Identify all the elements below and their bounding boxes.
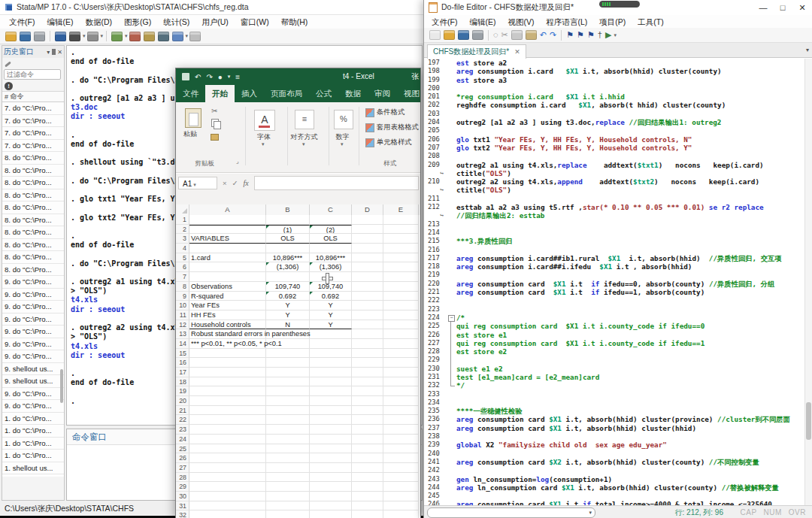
- cell-C11[interactable]: Y: [310, 310, 352, 320]
- row-header-6[interactable]: 6: [176, 262, 189, 272]
- stata-menu-数据(D)[interactable]: 数据(D): [79, 15, 118, 29]
- cut-icon[interactable]: ✂: [211, 107, 217, 115]
- cell-A1[interactable]: [189, 215, 266, 225]
- cell-B16[interactable]: [266, 358, 310, 368]
- cell-E7[interactable]: [383, 272, 419, 282]
- cell-B28[interactable]: [266, 473, 310, 483]
- history-scrollbar-thumb[interactable]: [60, 369, 63, 403]
- excel-tab-审阅[interactable]: 审阅: [368, 85, 397, 102]
- cell-E16[interactable]: [383, 358, 419, 368]
- cell-E29[interactable]: [383, 482, 419, 492]
- cell-C17[interactable]: [310, 368, 352, 377]
- history-item[interactable]: 7. do "C:\Pro...: [2, 127, 64, 140]
- row-header-27[interactable]: 27: [176, 463, 189, 473]
- row-header-26[interactable]: 26: [176, 453, 189, 463]
- cell-E24[interactable]: [383, 435, 419, 444]
- cell-C20[interactable]: [310, 396, 352, 406]
- cell-D15[interactable]: [352, 349, 383, 359]
- cell-A23[interactable]: [189, 425, 266, 435]
- cell-A2[interactable]: [189, 225, 266, 235]
- cell-B8[interactable]: 109,740: [266, 282, 310, 292]
- cell-B4[interactable]: [266, 244, 310, 253]
- cell-B17[interactable]: [266, 368, 310, 377]
- history-item[interactable]: 9. shellout us...: [2, 363, 64, 376]
- conditional-formatting-button[interactable]: 条件格式: [365, 107, 404, 118]
- cell-E10[interactable]: [383, 301, 419, 310]
- cell-D9[interactable]: [352, 292, 383, 301]
- history-item[interactable]: 9. do "C:\Pro...: [2, 326, 64, 338]
- cell-A5[interactable]: 1.card: [189, 253, 266, 263]
- history-item[interactable]: 9. do "C:\Pro...: [2, 350, 64, 363]
- row-header-9[interactable]: 9: [176, 292, 189, 301]
- cell-B22[interactable]: [266, 415, 310, 425]
- cell-A6[interactable]: [189, 262, 266, 272]
- redo-icon[interactable]: ↷: [550, 30, 556, 40]
- bookmark-icon[interactable]: ⚑: [577, 30, 584, 40]
- cell-D27[interactable]: [352, 463, 383, 473]
- dofile-menu-视图(V)[interactable]: 视图(V): [501, 15, 540, 29]
- row-header-28[interactable]: 28: [176, 473, 189, 483]
- cell-B9[interactable]: 0.692: [266, 292, 310, 301]
- column-header-E[interactable]: E: [383, 204, 419, 215]
- cell-D17[interactable]: [352, 368, 383, 377]
- cell-E22[interactable]: [383, 415, 419, 425]
- cell-A19[interactable]: [189, 386, 266, 396]
- cell-B27[interactable]: [266, 463, 310, 473]
- history-item[interactable]: 9. do "C:\Pro...: [2, 338, 64, 351]
- row-header-23[interactable]: 23: [176, 425, 189, 435]
- row-header-31[interactable]: 31: [176, 501, 189, 511]
- navigate-combobox[interactable]: [427, 507, 595, 518]
- cell-A17[interactable]: [189, 368, 266, 377]
- cell-A4[interactable]: [189, 244, 266, 253]
- cell-D8[interactable]: [352, 282, 383, 292]
- cell-C15[interactable]: [310, 349, 352, 359]
- enter-icon[interactable]: ✓: [232, 179, 238, 187]
- dofile-menu-项目(P)[interactable]: 项目(P): [593, 15, 632, 29]
- cell-D22[interactable]: [352, 415, 383, 425]
- cell-B23[interactable]: [266, 425, 310, 435]
- cell-D29[interactable]: [352, 482, 383, 492]
- paste-icon[interactable]: [526, 30, 537, 40]
- viewer-icon[interactable]: [158, 32, 169, 41]
- cell-C2[interactable]: (2): [310, 225, 352, 235]
- history-item[interactable]: 8. do "C:\Pro...: [2, 165, 64, 177]
- number-format-icon[interactable]: %: [334, 110, 353, 129]
- cell-B18[interactable]: [266, 377, 310, 387]
- history-item[interactable]: 9. do "C:\Pro...: [2, 314, 64, 326]
- format-as-table-button[interactable]: 套用表格格式: [365, 122, 419, 133]
- cell-E19[interactable]: [383, 386, 419, 396]
- find-icon[interactable]: ◌: [493, 30, 498, 40]
- data-browser-icon-dropdown[interactable]: ▾: [83, 33, 86, 39]
- cell-B1[interactable]: [266, 215, 310, 225]
- cell-C3[interactable]: OLS: [310, 234, 352, 244]
- execute-do-icon[interactable]: ▶: [605, 30, 611, 40]
- cell-A28[interactable]: [189, 473, 266, 483]
- cell-E18[interactable]: [383, 377, 419, 387]
- name-box[interactable]: A1▾: [178, 177, 217, 189]
- cell-D5[interactable]: [352, 253, 383, 263]
- cell-A20[interactable]: [189, 396, 266, 406]
- copy-icon[interactable]: [511, 30, 523, 40]
- row-header-5[interactable]: 5: [176, 253, 189, 263]
- cell-D14[interactable]: [352, 339, 383, 349]
- cell-D25[interactable]: [352, 444, 383, 454]
- cell-D18[interactable]: [352, 377, 383, 387]
- cell-C30[interactable]: [310, 492, 352, 501]
- history-item[interactable]: 8. do "C:\Pro...: [2, 214, 64, 227]
- row-header-2[interactable]: 2: [176, 225, 189, 235]
- row-header-7[interactable]: 7: [176, 272, 189, 282]
- cancel-icon[interactable]: ×: [223, 179, 227, 187]
- cell-B26[interactable]: [266, 453, 310, 463]
- cell-E25[interactable]: [383, 444, 419, 454]
- data-browser-icon[interactable]: [69, 32, 80, 41]
- row-header-1[interactable]: 1: [176, 215, 189, 225]
- history-item[interactable]: 9. do "C:\Pro...: [2, 276, 64, 289]
- cell-A13[interactable]: Robust standard errors in parentheses: [189, 329, 266, 339]
- cell-C19[interactable]: [310, 386, 352, 396]
- history-item[interactable]: 8. do "C:\Pro...: [2, 152, 64, 165]
- cell-C6[interactable]: (1,306): [310, 262, 352, 272]
- ribbon-options-icon[interactable]: ≡: [235, 73, 240, 81]
- fold-collapse-icon[interactable]: −: [448, 315, 455, 322]
- excel-tab-公式[interactable]: 公式: [309, 85, 338, 102]
- column-header-D[interactable]: D: [352, 204, 383, 215]
